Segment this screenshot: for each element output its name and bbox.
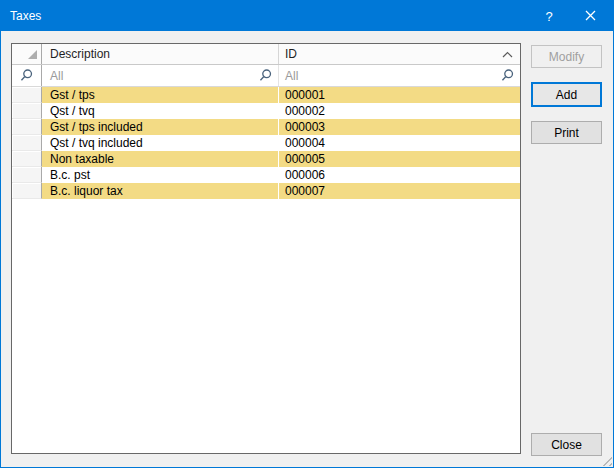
- description-cell[interactable]: Qst / tvq included: [42, 135, 279, 151]
- description-cell[interactable]: B.c. pst: [42, 167, 279, 183]
- id-filter-value: All: [285, 69, 298, 83]
- id-cell[interactable]: 000006: [279, 167, 520, 183]
- id-filter-cell[interactable]: All: [279, 65, 520, 86]
- table-row[interactable]: Non taxable 000005: [12, 151, 520, 167]
- id-cell[interactable]: 000004: [279, 135, 520, 151]
- add-button[interactable]: Add: [531, 82, 602, 107]
- title-bar: Taxes ?: [1, 1, 613, 31]
- description-filter-value: All: [50, 69, 63, 83]
- description-filter-cell[interactable]: All: [42, 65, 279, 86]
- id-cell[interactable]: 000005: [279, 151, 520, 167]
- table-row[interactable]: B.c. pst 000006: [12, 167, 520, 183]
- column-header-description-label: Description: [50, 47, 110, 61]
- search-icon[interactable]: [258, 68, 273, 83]
- description-cell[interactable]: Non taxable: [42, 151, 279, 167]
- column-header-id-label: ID: [285, 47, 297, 61]
- close-window-button[interactable]: [568, 1, 613, 31]
- question-icon: ?: [545, 9, 552, 24]
- window-title: Taxes: [10, 9, 41, 23]
- table-row[interactable]: Gst / tps 000001: [12, 87, 520, 103]
- table-row[interactable]: B.c. liquor tax 000007: [12, 183, 520, 199]
- row-header-cell[interactable]: [12, 151, 42, 167]
- taxes-dialog: Taxes ? Description ID: [0, 0, 614, 468]
- row-header-cell[interactable]: [12, 119, 42, 135]
- close-icon: [585, 7, 596, 25]
- taxes-grid: Description ID All All: [11, 43, 521, 454]
- table-row[interactable]: Gst / tps included 000003: [12, 119, 520, 135]
- table-row[interactable]: Qst / tvq included 000004: [12, 135, 520, 151]
- description-cell[interactable]: Gst / tps included: [42, 119, 279, 135]
- id-cell[interactable]: 000007: [279, 183, 520, 199]
- row-header-cell[interactable]: [12, 183, 42, 199]
- select-all-corner-cell[interactable]: [12, 44, 42, 64]
- column-header-description[interactable]: Description: [42, 44, 279, 64]
- description-cell[interactable]: Gst / tps: [42, 87, 279, 103]
- corner-triangle-icon: [28, 50, 37, 59]
- modify-button[interactable]: Modify: [531, 45, 602, 68]
- id-cell[interactable]: 000003: [279, 119, 520, 135]
- grid-filter-row: All All: [12, 65, 520, 87]
- row-header-cell[interactable]: [12, 103, 42, 119]
- filter-corner-cell[interactable]: [12, 65, 42, 86]
- row-header-cell[interactable]: [12, 135, 42, 151]
- sort-ascending-icon: [502, 47, 513, 61]
- id-cell[interactable]: 000001: [279, 87, 520, 103]
- table-row[interactable]: Qst / tvq 000002: [12, 103, 520, 119]
- close-button[interactable]: Close: [531, 433, 602, 456]
- row-header-cell[interactable]: [12, 87, 42, 103]
- description-cell[interactable]: Qst / tvq: [42, 103, 279, 119]
- row-header-cell[interactable]: [12, 167, 42, 183]
- column-header-id[interactable]: ID: [279, 44, 520, 64]
- grid-header-row: Description ID: [12, 44, 520, 65]
- help-button[interactable]: ?: [530, 1, 568, 31]
- search-icon: [19, 68, 34, 83]
- search-icon[interactable]: [500, 68, 515, 83]
- description-cell[interactable]: B.c. liquor tax: [42, 183, 279, 199]
- id-cell[interactable]: 000002: [279, 103, 520, 119]
- print-button[interactable]: Print: [531, 121, 602, 144]
